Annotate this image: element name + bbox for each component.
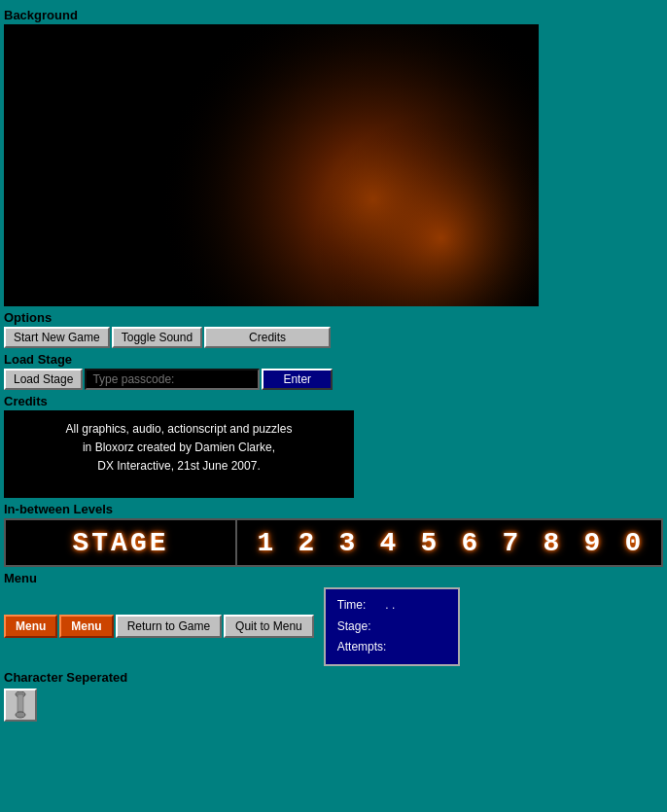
char-item-1 (4, 688, 37, 722)
in-between-section: In-between Levels STAGE 1 2 3 4 5 6 7 8 … (4, 502, 663, 567)
load-stage-label: Load Stage (4, 352, 663, 367)
stage-numbers-box: 1 2 3 4 5 6 7 8 9 0 (237, 518, 663, 567)
start-new-game-button[interactable]: Start New Game (4, 327, 110, 348)
stage-num-0: 0 (625, 528, 642, 558)
menu-button-1[interactable]: Menu (4, 615, 57, 638)
stats-attempts-row: Attempts: (337, 637, 446, 658)
stage-num-2: 2 (298, 528, 315, 558)
stage-num-9: 9 (584, 528, 601, 558)
character-display (4, 688, 663, 722)
stage-num-7: 7 (503, 528, 519, 558)
stage-display: STAGE 1 2 3 4 5 6 7 8 9 0 (4, 518, 663, 567)
stage-text-box: STAGE (4, 518, 237, 567)
menu-row: Menu Menu Return to Game Quit to Menu Ti… (4, 587, 663, 666)
load-stage-button[interactable]: Load Stage (4, 369, 83, 390)
character-section: Character Seperated (4, 670, 663, 722)
attempts-label: Attempts: (337, 640, 387, 653)
options-row: Start New Game Toggle Sound Credits (4, 327, 663, 348)
svg-point-2 (16, 712, 25, 718)
stats-box: Time: . . Stage: Attempts: (324, 587, 460, 666)
menu-button-2[interactable]: Menu (59, 615, 113, 638)
toggle-sound-button[interactable]: Toggle Sound (112, 327, 202, 348)
stage-num-8: 8 (544, 528, 560, 558)
in-between-label: In-between Levels (4, 502, 663, 516)
background-preview (4, 24, 539, 306)
time-dots: . . (385, 598, 395, 612)
time-label: Time: (337, 598, 367, 612)
svg-rect-1 (18, 694, 23, 712)
options-section: Options Start New Game Toggle Sound Cred… (4, 310, 663, 348)
credits-text-line1: All graphics, audio, actionscript and pu… (66, 422, 293, 436)
background-label: Background (4, 8, 663, 22)
stage-label: Stage: (337, 619, 371, 633)
load-stage-row: Load Stage Enter (4, 369, 663, 390)
pipe-icon (11, 691, 30, 719)
menu-label: Menu (4, 571, 663, 585)
credits-text-line2: in Bloxorz created by Damien Clarke, (83, 441, 275, 454)
menu-section: Menu Menu Menu Return to Game Quit to Me… (4, 571, 663, 666)
passcode-input[interactable] (85, 369, 260, 390)
stage-num-4: 4 (380, 528, 397, 558)
stage-num-1: 1 (258, 528, 274, 558)
stage-num-5: 5 (421, 528, 438, 558)
stage-text: STAGE (72, 528, 168, 558)
stage-num-6: 6 (462, 528, 478, 558)
options-label: Options (4, 310, 663, 325)
credits-text-line3: DX Interactive, 21st June 2007. (97, 459, 260, 473)
credits-section: Credits All graphics, audio, actionscrip… (4, 394, 663, 498)
credits-label: Credits (4, 394, 663, 408)
credits-box: All graphics, audio, actionscript and pu… (4, 410, 354, 498)
background-section: Background (4, 8, 663, 306)
credits-button[interactable]: Credits (204, 327, 331, 348)
enter-button[interactable]: Enter (262, 369, 333, 390)
character-label: Character Seperated (4, 670, 663, 685)
stats-time-row: Time: . . (337, 595, 446, 617)
stage-num-3: 3 (339, 528, 356, 558)
quit-to-menu-button[interactable]: Quit to Menu (224, 615, 314, 638)
return-to-game-button[interactable]: Return to Game (116, 615, 222, 638)
stats-stage-row: Stage: (337, 617, 446, 638)
load-stage-section: Load Stage Load Stage Enter (4, 352, 663, 390)
